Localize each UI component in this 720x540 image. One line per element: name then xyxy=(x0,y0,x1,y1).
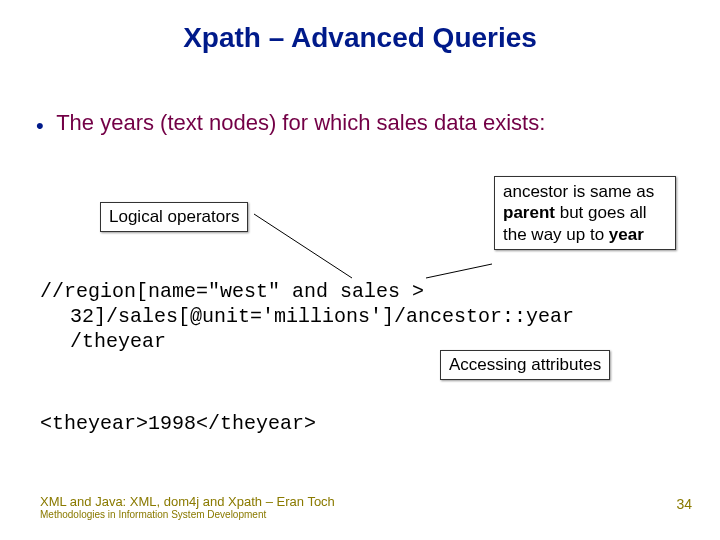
connector-line-icon xyxy=(426,264,496,280)
page-number: 34 xyxy=(676,496,692,512)
slide-title: Xpath – Advanced Queries xyxy=(0,0,720,54)
footer-main: XML and Java: XML, dom4j and Xpath – Era… xyxy=(40,494,335,509)
bullet-dot-icon: • xyxy=(36,113,44,138)
footer-sub: Methodologies in Information System Deve… xyxy=(40,509,335,520)
label-ancestor-note: ancestor is same as parent but goes all … xyxy=(494,176,676,250)
code-result: <theyear>1998</theyear> xyxy=(40,412,316,435)
footer: XML and Java: XML, dom4j and Xpath – Era… xyxy=(40,494,335,520)
ancestor-note-pre: ancestor is same as xyxy=(503,182,654,201)
svg-line-1 xyxy=(426,264,492,278)
ancestor-note-year: year xyxy=(609,225,644,244)
label-logical-operators: Logical operators xyxy=(100,202,248,232)
code-line-1: //region[name="west" and sales > xyxy=(40,280,424,303)
svg-line-0 xyxy=(254,214,352,278)
ancestor-note-parent: parent xyxy=(503,203,555,222)
bullet-row: • The years (text nodes) for which sales… xyxy=(36,110,545,139)
label-accessing-attributes: Accessing attributes xyxy=(440,350,610,380)
code-line-3: /theyear xyxy=(70,330,166,353)
bullet-text: The years (text nodes) for which sales d… xyxy=(48,110,545,135)
code-line-2: 32]/sales[@unit='millions']/ancestor::ye… xyxy=(70,305,574,328)
